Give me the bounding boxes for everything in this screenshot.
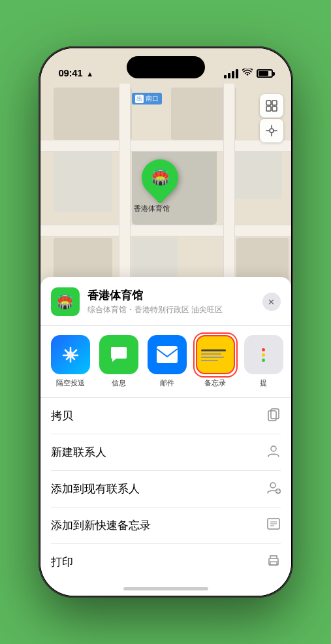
location-button[interactable] [260, 119, 283, 142]
action-print[interactable]: 打印 [51, 544, 281, 580]
location-subtitle: 综合体育馆・香港特别行政区 油尖旺区 [87, 304, 255, 315]
message-label: 信息 [112, 378, 126, 388]
notes-icon [196, 335, 235, 374]
location-info: 香港体育馆 综合体育馆・香港特别行政区 油尖旺区 [87, 288, 255, 315]
svg-point-14 [270, 483, 276, 488]
action-quick-note[interactable]: 添加到新快速备忘录 [51, 507, 281, 544]
close-button[interactable]: ✕ [262, 293, 281, 311]
svg-point-13 [271, 446, 276, 451]
more-icon [244, 335, 283, 374]
quick-note-icon [266, 517, 281, 534]
map-view-toggle[interactable] [260, 94, 283, 118]
svg-rect-0 [266, 101, 271, 105]
add-contact-label: 添加到现有联系人 [51, 481, 140, 496]
svg-rect-1 [272, 101, 277, 105]
more-dots [262, 348, 265, 362]
share-item-airdrop[interactable]: 隔空投送 [51, 335, 90, 388]
new-contact-icon [266, 443, 281, 461]
action-new-contact[interactable]: 新建联系人 [51, 434, 281, 471]
share-row: 隔空投送 信息 [40, 326, 291, 398]
location-indicator: ▲ [86, 70, 93, 78]
map-controls [260, 94, 283, 142]
notes-label: 备忘录 [204, 378, 226, 388]
new-contact-label: 新建联系人 [51, 445, 106, 460]
mail-icon [148, 335, 187, 374]
action-copy[interactable]: 拷贝 [51, 398, 281, 434]
wifi-icon [242, 69, 253, 78]
location-name: 香港体育馆 [87, 288, 255, 303]
message-icon [99, 335, 138, 374]
action-list: 拷贝 新建联系人 [40, 398, 291, 580]
action-add-contact[interactable]: 添加到现有联系人 [51, 471, 281, 507]
print-icon [266, 553, 281, 571]
exit-label-prefix: 出 [135, 95, 144, 103]
add-contact-icon [266, 480, 281, 498]
airdrop-icon [51, 335, 90, 374]
map-exit-label: 出 南口 [132, 93, 162, 105]
status-icons [224, 69, 273, 78]
quick-note-label: 添加到新快速备忘录 [51, 518, 151, 533]
battery-icon [257, 69, 273, 78]
share-item-mail[interactable]: 邮件 [148, 335, 187, 388]
phone-inner: 09:41 ▲ [40, 48, 291, 596]
share-item-message[interactable]: 信息 [99, 335, 138, 388]
dynamic-island [127, 56, 205, 78]
location-header: 🏟️ 香港体育馆 综合体育馆・香港特别行政区 油尖旺区 ✕ [40, 287, 291, 326]
bottom-sheet: 🏟️ 香港体育馆 综合体育馆・香港特别行政区 油尖旺区 ✕ [40, 277, 291, 596]
svg-rect-10 [157, 346, 178, 363]
stadium-icon: 🏟️ [151, 169, 168, 186]
stadium-map-label: 香港体育馆 [134, 204, 170, 214]
signal-bars-icon [224, 69, 238, 78]
share-item-notes[interactable]: 备忘录 [196, 335, 235, 388]
home-indicator [123, 587, 208, 590]
stadium-pin-circle: 🏟️ [134, 152, 185, 203]
more-label: 提 [260, 378, 267, 388]
exit-label-name: 南口 [146, 94, 159, 103]
svg-rect-3 [272, 106, 277, 111]
airdrop-label: 隔空投送 [56, 378, 85, 388]
mail-label: 邮件 [160, 378, 174, 388]
location-icon: 🏟️ [51, 287, 80, 316]
svg-point-4 [270, 129, 274, 133]
share-item-more[interactable]: 提 [244, 335, 283, 388]
svg-rect-2 [266, 106, 271, 111]
phone-frame: 09:41 ▲ [39, 46, 293, 598]
status-time: 09:41 ▲ [59, 67, 93, 78]
print-label: 打印 [51, 555, 73, 570]
stadium-pin: 🏟️ 香港体育馆 [142, 159, 178, 202]
stadium-emoji: 🏟️ [57, 294, 73, 310]
copy-label: 拷贝 [51, 408, 73, 423]
copy-icon [266, 407, 281, 425]
